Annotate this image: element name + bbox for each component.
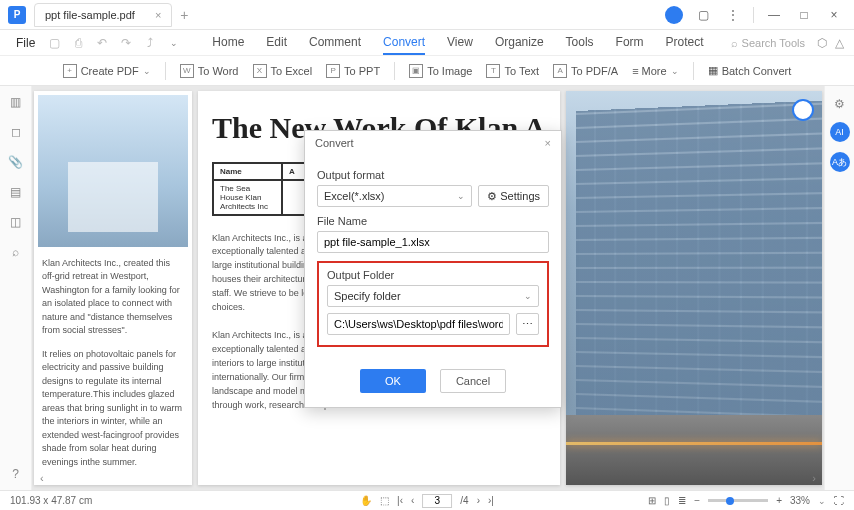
adjust-icon[interactable]: ⚙ <box>832 96 848 112</box>
to-image-button[interactable]: ▣ To Image <box>409 64 472 78</box>
cloud-icon[interactable]: ⬡ <box>817 36 827 50</box>
excel-icon: X <box>253 64 267 78</box>
continuous-icon[interactable]: ≣ <box>678 495 686 506</box>
filename-input[interactable] <box>317 231 549 253</box>
page-navigator: ✋ ⬚ |‹ ‹ /4 › ›| <box>360 494 494 508</box>
attachments-icon[interactable]: 📎 <box>8 154 24 170</box>
zoom-out-icon[interactable]: − <box>694 495 700 506</box>
qat-dropdown-icon[interactable]: ⌄ <box>166 35 182 51</box>
help-icon[interactable]: ? <box>8 466 24 482</box>
search-panel-icon[interactable]: ⌕ <box>8 244 24 260</box>
view-mode-icon[interactable]: ⊞ <box>648 495 656 506</box>
page-number-input[interactable] <box>422 494 452 508</box>
output-folder-label: Output Folder <box>327 269 539 281</box>
file-menu[interactable]: File <box>10 34 41 52</box>
folder-mode-dropdown[interactable]: Specify folder ⌄ <box>327 285 539 307</box>
menubar: File ▢ ⎙ ↶ ↷ ⤴ ⌄ Home Edit Comment Conve… <box>0 30 854 56</box>
single-page-icon[interactable]: ▯ <box>664 495 670 506</box>
prev-page-icon[interactable]: ‹ <box>411 495 414 506</box>
kebab-menu-icon[interactable]: ⋮ <box>723 5 743 25</box>
app-icon: P <box>8 6 26 24</box>
pdfa-icon: A <box>553 64 567 78</box>
tab-form[interactable]: Form <box>616 31 644 55</box>
browse-button[interactable]: ⋯ <box>516 313 539 335</box>
convert-toolbar: + Create PDF ⌄ W To Word X To Excel P To… <box>0 56 854 86</box>
cancel-button[interactable]: Cancel <box>440 369 506 393</box>
text-icon: T <box>486 64 500 78</box>
batch-convert-button[interactable]: ▦ Batch Convert <box>708 64 792 77</box>
open-icon[interactable]: ▢ <box>46 35 62 51</box>
redo-icon[interactable]: ↷ <box>118 35 134 51</box>
tab-convert[interactable]: Convert <box>383 31 425 55</box>
tab-edit[interactable]: Edit <box>266 31 287 55</box>
to-text-button[interactable]: T To Text <box>486 64 539 78</box>
corner-badge-icon[interactable] <box>792 99 814 121</box>
user-avatar[interactable] <box>665 6 683 24</box>
ribbon-tabs: Home Edit Comment Convert View Organize … <box>212 31 703 55</box>
close-tab-icon[interactable]: × <box>155 9 161 21</box>
zoom-dropdown-icon[interactable]: ⌄ <box>818 496 826 506</box>
more-button[interactable]: ≡ More ⌄ <box>632 65 678 77</box>
scroll-left-icon[interactable]: ‹ <box>40 472 44 484</box>
table-cell: The Sea House Klan Architects Inc <box>213 180 282 215</box>
output-format-dropdown[interactable]: Excel(*.xlsx) ⌄ <box>317 185 472 207</box>
minimize-button[interactable]: — <box>764 5 784 25</box>
to-ppt-button[interactable]: P To PPT <box>326 64 380 78</box>
collapse-ribbon-icon[interactable]: △ <box>835 36 844 50</box>
folder-path-input[interactable] <box>327 313 510 335</box>
select-tool-icon[interactable]: ⬚ <box>380 495 389 506</box>
settings-button[interactable]: ⚙ Settings <box>478 185 549 207</box>
thumbnails-icon[interactable]: ▥ <box>8 94 24 110</box>
left-sidebar: ▥ ◻ 📎 ▤ ◫ ⌕ ? <box>0 86 32 490</box>
fields-icon[interactable]: ◫ <box>8 214 24 230</box>
chevron-down-icon: ⌄ <box>143 66 151 76</box>
hand-tool-icon[interactable]: ✋ <box>360 495 372 506</box>
last-page-icon[interactable]: ›| <box>488 495 494 506</box>
translate-icon[interactable]: Aあ <box>830 152 850 172</box>
messages-icon[interactable]: ▢ <box>693 5 713 25</box>
maximize-button[interactable]: □ <box>794 5 814 25</box>
undo-icon[interactable]: ↶ <box>94 35 110 51</box>
chevron-down-icon: ⌄ <box>671 66 679 76</box>
comments-icon[interactable]: ▤ <box>8 184 24 200</box>
to-pdfa-button[interactable]: A To PDF/A <box>553 64 618 78</box>
to-excel-button[interactable]: X To Excel <box>253 64 313 78</box>
bookmarks-icon[interactable]: ◻ <box>8 124 24 140</box>
tab-home[interactable]: Home <box>212 31 244 55</box>
tab-view[interactable]: View <box>447 31 473 55</box>
zoom-slider[interactable] <box>708 499 768 502</box>
search-placeholder: Search Tools <box>742 37 805 49</box>
word-icon: W <box>180 64 194 78</box>
print-icon[interactable]: ⎙ <box>70 35 86 51</box>
scroll-right-icon[interactable]: › <box>812 472 816 484</box>
tab-organize[interactable]: Organize <box>495 31 544 55</box>
zoom-in-icon[interactable]: + <box>776 495 782 506</box>
fullscreen-icon[interactable]: ⛶ <box>834 495 844 506</box>
new-tab-button[interactable]: + <box>180 7 188 23</box>
document-tab[interactable]: ppt file-sample.pdf × <box>34 3 172 27</box>
ai-icon[interactable]: AI <box>830 122 850 142</box>
close-dialog-button[interactable]: × <box>545 137 551 149</box>
next-page-icon[interactable]: › <box>477 495 480 506</box>
dialog-header: Convert × <box>305 131 561 155</box>
tab-protect[interactable]: Protect <box>666 31 704 55</box>
page-4 <box>566 91 822 485</box>
tab-title: ppt file-sample.pdf <box>45 9 135 21</box>
tab-tools[interactable]: Tools <box>566 31 594 55</box>
create-pdf-button[interactable]: + Create PDF ⌄ <box>63 64 151 78</box>
to-word-button[interactable]: W To Word <box>180 64 239 78</box>
tab-comment[interactable]: Comment <box>309 31 361 55</box>
search-tools[interactable]: ⌕ Search Tools <box>731 37 805 49</box>
chevron-down-icon: ⌄ <box>524 291 532 301</box>
first-page-icon[interactable]: |‹ <box>397 495 403 506</box>
gear-icon: ⚙ <box>487 190 497 203</box>
more-icon: ≡ <box>632 65 637 77</box>
body-text: It relies on photovoltaic panels for ele… <box>42 348 184 470</box>
ok-button[interactable]: OK <box>360 369 426 393</box>
share-icon[interactable]: ⤴ <box>142 35 158 51</box>
page-dimensions: 101.93 x 47.87 cm <box>10 495 92 506</box>
close-window-button[interactable]: × <box>824 5 844 25</box>
specify-value: Specify folder <box>334 290 401 302</box>
page-total: /4 <box>460 495 468 506</box>
ppt-icon: P <box>326 64 340 78</box>
